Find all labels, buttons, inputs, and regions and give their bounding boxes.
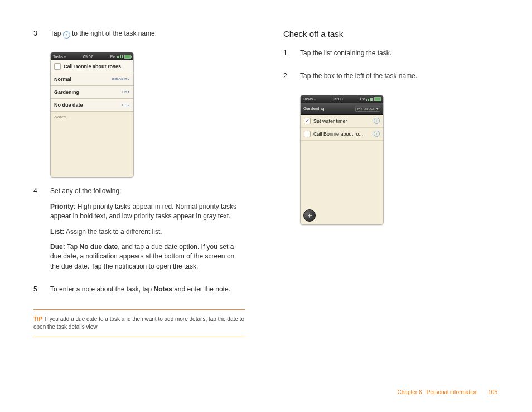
sort-button[interactable]: MY ORDER ▾ xyxy=(355,106,380,112)
signal-icon xyxy=(117,55,123,58)
task-row[interactable]: ✓ Set water timer i xyxy=(301,115,383,128)
list-title: Gardening xyxy=(303,106,324,111)
step5-bold: Notes xyxy=(153,285,172,293)
step4-intro: Set any of the following: xyxy=(50,186,245,196)
notes-field[interactable]: Notes... xyxy=(51,112,133,177)
task-checkbox-checked[interactable]: ✓ xyxy=(304,118,311,124)
statusbar-ev: Ev xyxy=(360,97,365,101)
task-title: Call Bonnie about roses xyxy=(64,64,121,69)
task-title-row: Call Bonnie about roses xyxy=(51,60,133,73)
task-label: Set water timer xyxy=(313,118,347,124)
task-list-screenshot: Tasks ▾ 09:08 Ev Gardening MY ORDER ▾ ✓ xyxy=(300,95,384,225)
step1-text: Tap the list containing the task. xyxy=(300,49,495,58)
signal-icon xyxy=(366,98,373,101)
priority-value: Normal xyxy=(54,76,71,82)
info-icon[interactable]: i xyxy=(374,118,380,124)
step-number: 1 xyxy=(283,49,300,64)
step-1: 1 Tap the list containing the task. xyxy=(283,49,495,64)
statusbar-time: 09:07 xyxy=(83,55,93,59)
priority-row[interactable]: Normal PRIORITY xyxy=(51,73,133,86)
step3-pre: Tap xyxy=(50,30,63,37)
plus-icon: ＋ xyxy=(306,210,313,221)
due-bold: No due date xyxy=(79,243,118,251)
priority-desc: : High priority tasks appear in red. Nor… xyxy=(50,203,236,220)
section-heading: Check off a task xyxy=(283,29,495,39)
tip-text: If you add a due date to a task and then… xyxy=(33,316,244,330)
priority-heading: Priority xyxy=(50,203,74,210)
task-label: Call Bonnie about ro... xyxy=(313,131,363,137)
due-row[interactable]: No due date DUE xyxy=(51,99,133,112)
step-number: 4 xyxy=(33,186,50,277)
battery-icon xyxy=(374,97,381,101)
step-4: 4 Set any of the following: Priority: Hi… xyxy=(33,186,245,277)
due-value: No due date xyxy=(54,102,83,108)
step5-post: and enter the note. xyxy=(172,285,230,293)
list-header: Gardening MY ORDER ▾ xyxy=(301,103,383,115)
right-column: Check off a task 1 Tap the list containi… xyxy=(283,29,495,337)
due-desc-1: Tap xyxy=(65,243,80,251)
priority-label: PRIORITY xyxy=(112,78,130,81)
step-3: 3 Tap i to the right of the task name. xyxy=(33,29,245,44)
statusbar-ev: Ev xyxy=(110,55,115,59)
due-label: DUE xyxy=(122,103,130,107)
tip-callout: TIPIf you add a due date to a task and t… xyxy=(33,309,245,337)
footer-page: 105 xyxy=(488,389,497,395)
statusbar-title: Tasks xyxy=(303,97,313,101)
list-row[interactable]: Gardening LIST xyxy=(51,86,133,99)
step-5: 5 To enter a note about the task, tap No… xyxy=(33,285,245,300)
page-footer: Chapter 6 : Personal information 105 xyxy=(398,389,497,395)
status-bar: Tasks ▾ 09:08 Ev xyxy=(301,95,383,103)
battery-icon xyxy=(124,55,131,59)
task-row[interactable]: Call Bonnie about ro... i xyxy=(301,128,383,141)
step2-text: Tap the box to the left of the task name… xyxy=(300,71,495,81)
chevron-down-icon: ▾ xyxy=(64,55,66,59)
step5-pre: To enter a note about the task, tap xyxy=(50,285,153,293)
step-number: 5 xyxy=(33,285,50,300)
statusbar-title: Tasks xyxy=(53,55,63,59)
step-number: 2 xyxy=(283,71,300,87)
chevron-down-icon: ▾ xyxy=(314,97,316,101)
list-value: Gardening xyxy=(54,89,79,95)
list-heading: List: xyxy=(50,228,64,236)
task-checkbox[interactable] xyxy=(304,131,311,137)
footer-chapter: Chapter 6 : Personal information xyxy=(398,389,478,395)
info-icon: i xyxy=(63,31,70,39)
list-label: LIST xyxy=(122,90,130,94)
list-desc: Assign the task to a different list. xyxy=(64,228,162,236)
status-bar: Tasks ▾ 09:07 Ev xyxy=(51,52,133,60)
step-2: 2 Tap the box to the left of the task na… xyxy=(283,71,495,87)
add-task-button[interactable]: ＋ xyxy=(303,209,316,222)
step-number: 3 xyxy=(33,29,50,44)
task-checkbox[interactable] xyxy=(54,63,61,70)
info-icon[interactable]: i xyxy=(374,131,380,137)
step3-post: to the right of the task name. xyxy=(70,30,157,37)
task-detail-screenshot: Tasks ▾ 09:07 Ev Call Bonnie about roses… xyxy=(50,52,134,178)
left-column: 3 Tap i to the right of the task name. T… xyxy=(33,29,245,337)
tip-label: TIP xyxy=(33,316,42,322)
due-heading: Due: xyxy=(50,243,65,251)
statusbar-time: 09:08 xyxy=(333,97,343,101)
